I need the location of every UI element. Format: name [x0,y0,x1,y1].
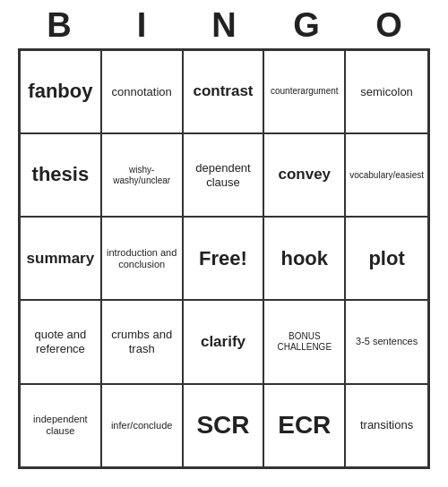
cell-text-r1-c3: convey [278,166,331,184]
cell-r3-c4: 3-5 sentences [345,300,428,383]
cell-r4-c2: SCR [183,384,264,467]
cell-r1-c4: vocabulary/easiest [345,133,428,217]
cell-r0-c0: fanboy [20,50,101,133]
cell-r2-c1: introduction and conclusion [101,217,183,300]
cell-text-r0-c3: counterargument [271,86,339,97]
cell-text-r0-c0: fanboy [28,80,92,103]
cell-text-r3-c0: quote and reference [24,328,97,355]
cell-text-r0-c1: connotation [112,85,172,99]
cell-text-r1-c0: thesis [32,163,90,186]
cell-r3-c2: clarify [183,300,264,383]
cell-r0-c3: counterargument [263,50,345,133]
header-letter: I [100,7,183,45]
cell-text-r1-c1: wishy-washy/unclear [106,165,178,186]
cell-text-r4-c4: transitions [360,418,413,432]
cell-text-r3-c3: BONUS CHALLENGE [268,331,340,353]
cell-text-r3-c2: clarify [201,333,246,351]
cell-text-r2-c2: Free! [199,247,247,270]
cell-text-r3-c4: 3-5 sentences [356,336,418,347]
cell-r3-c3: BONUS CHALLENGE [263,300,345,383]
bingo-grid: fanboyconnotationcontrastcounterargument… [18,48,430,469]
cell-text-r4-c2: SCR [196,410,249,440]
cell-r2-c2: Free! [183,217,264,300]
cell-text-r2-c0: summary [27,250,95,268]
cell-r1-c2: dependent clause [183,133,264,217]
cell-r4-c3: ECR [263,384,345,467]
cell-text-r4-c0: independent clause [24,414,97,437]
cell-text-r1-c2: dependent clause [187,161,260,189]
cell-r0-c1: connotation [101,50,183,133]
cell-r0-c4: semicolon [345,50,428,133]
cell-text-r2-c4: plot [368,247,404,270]
cell-r2-c4: plot [345,217,428,300]
cell-r0-c2: contrast [183,50,264,133]
header-letter: G [265,7,348,45]
header-letter: N [183,7,265,45]
cell-text-r0-c2: contrast [193,82,253,100]
cell-r4-c0: independent clause [20,384,101,467]
cell-text-r2-c1: introduction and conclusion [106,247,178,270]
cell-r1-c0: thesis [20,133,101,217]
cell-text-r4-c3: ECR [278,410,331,440]
cell-r1-c3: convey [263,133,345,217]
cell-r3-c0: quote and reference [20,300,101,383]
cell-r2-c0: summary [20,217,101,300]
cell-r3-c1: crumbs and trash [101,300,183,383]
cell-text-r3-c1: crumbs and trash [106,328,178,355]
cell-r1-c1: wishy-washy/unclear [101,133,183,217]
cell-text-r0-c4: semicolon [360,85,413,99]
cell-text-r4-c1: infer/conclude [111,420,173,431]
header-letter: B [18,7,100,45]
cell-r2-c3: hook [263,217,345,300]
cell-r4-c1: infer/conclude [101,384,183,467]
bingo-header: BINGO [18,7,430,45]
header-letter: O [348,7,430,45]
cell-r4-c4: transitions [345,384,428,467]
cell-text-r1-c4: vocabulary/easiest [349,170,424,181]
cell-text-r2-c3: hook [280,247,328,270]
